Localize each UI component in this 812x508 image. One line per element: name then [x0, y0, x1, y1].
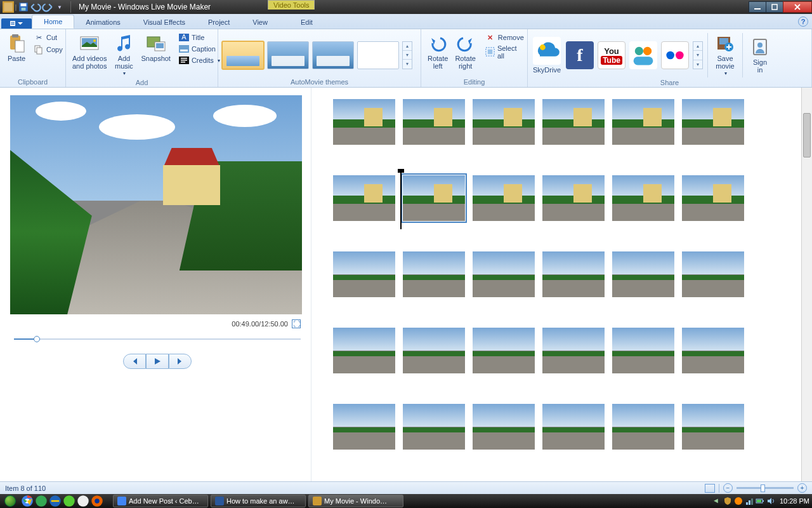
clip-thumbnail[interactable] — [682, 404, 744, 450]
sign-in-button[interactable]: Sign in — [747, 36, 773, 75]
clip-thumbnail[interactable] — [333, 251, 395, 297]
clip-thumbnail[interactable] — [542, 175, 605, 221]
file-menu-button[interactable] — [1, 18, 32, 29]
rotate-right-button[interactable]: Rotate right — [452, 32, 478, 71]
clip-thumbnail[interactable] — [403, 251, 465, 297]
clip-thumbnail[interactable] — [403, 175, 465, 221]
tb-app3-icon[interactable] — [77, 495, 89, 507]
prev-frame-button[interactable] — [123, 354, 146, 369]
title-button[interactable]: ATitle — [176, 32, 223, 43]
remove-button[interactable]: ✕Remove — [483, 32, 527, 43]
fullscreen-icon[interactable]: ⛶ — [292, 319, 301, 328]
add-videos-photos-button[interactable]: Add videos and photos — [70, 32, 109, 71]
snapshot-button[interactable]: Snapshot — [138, 32, 173, 64]
start-button[interactable] — [0, 494, 20, 508]
tab-animations[interactable]: Animations — [74, 16, 131, 29]
tab-home[interactable]: Home — [32, 15, 74, 29]
clip-thumbnail[interactable] — [542, 99, 605, 145]
tb-app1-icon[interactable] — [35, 495, 48, 507]
maximize-button[interactable] — [766, 1, 783, 13]
groups-icon[interactable] — [629, 41, 657, 69]
clip-thumbnail[interactable] — [403, 99, 465, 145]
clip-thumbnail[interactable] — [403, 404, 465, 450]
tray-shield-icon[interactable] — [723, 497, 732, 505]
tab-project[interactable]: Project — [197, 16, 241, 29]
add-music-button[interactable]: Add music — [111, 32, 136, 79]
clip-thumbnail[interactable] — [612, 404, 674, 450]
clip-thumbnail[interactable] — [682, 328, 744, 373]
tb-firefox-icon[interactable] — [91, 495, 103, 507]
flickr-icon[interactable] — [661, 41, 689, 69]
tb-ie-icon[interactable] — [49, 495, 62, 507]
seek-thumb[interactable] — [34, 336, 40, 342]
minimize-button[interactable] — [749, 1, 766, 13]
tb-chrome-icon[interactable] — [21, 495, 34, 507]
clip-thumbnail[interactable] — [612, 175, 674, 221]
clip-thumbnail[interactable] — [333, 175, 395, 221]
tb-app2-icon[interactable] — [63, 495, 75, 507]
youtube-icon[interactable]: YouTube — [598, 41, 625, 69]
redo-icon[interactable] — [42, 1, 53, 13]
clip-thumbnail[interactable] — [333, 99, 395, 145]
caption-button[interactable]: Caption — [176, 43, 223, 55]
clip-thumbnail[interactable] — [473, 99, 535, 145]
clip-thumbnail[interactable] — [612, 99, 674, 145]
cut-button[interactable]: ✂Cut — [31, 32, 65, 43]
tray-volume-icon[interactable] — [766, 497, 775, 505]
thumbnail-view-icon[interactable] — [705, 484, 715, 493]
tray-network-icon[interactable] — [745, 497, 754, 505]
preview-seek-slider[interactable] — [14, 336, 301, 342]
clip-thumbnail[interactable] — [612, 328, 674, 373]
clip-thumbnail[interactable] — [473, 404, 535, 450]
zoom-in-button[interactable]: + — [797, 483, 807, 493]
theme-4[interactable] — [357, 41, 399, 69]
credits-button[interactable]: Credits — [176, 55, 223, 66]
next-frame-button[interactable] — [169, 354, 192, 369]
wlmm-icon[interactable] — [3, 1, 14, 13]
rotate-left-button[interactable]: Rotate left — [425, 32, 450, 71]
clip-thumbnail[interactable] — [403, 328, 465, 373]
select-all-button[interactable]: Select all — [483, 44, 527, 60]
taskbar-task[interactable]: My Movie - Windo… — [308, 495, 403, 507]
video-tools-tab-label[interactable]: Video Tools — [268, 0, 315, 10]
play-button[interactable] — [146, 354, 169, 369]
tab-view[interactable]: View — [241, 16, 279, 29]
zoom-out-button[interactable]: − — [723, 483, 733, 493]
skydrive-button[interactable]: SkyDrive — [532, 37, 562, 74]
facebook-icon[interactable]: f — [566, 41, 594, 69]
save-icon[interactable] — [18, 1, 29, 13]
zoom-thumb[interactable] — [761, 485, 765, 492]
tray-battery-icon[interactable] — [756, 497, 764, 505]
tab-edit[interactable]: Edit — [289, 16, 324, 29]
playhead[interactable] — [400, 171, 402, 229]
undo-icon[interactable] — [30, 1, 41, 13]
video-preview[interactable] — [10, 95, 302, 314]
qat-dropdown-icon[interactable]: ▼ — [54, 1, 65, 13]
clip-thumbnail[interactable] — [612, 251, 674, 297]
share-more[interactable]: ▴▾▾ — [693, 41, 703, 69]
tab-visual-effects[interactable]: Visual Effects — [132, 16, 197, 29]
clock[interactable]: 10:28 PM — [780, 497, 809, 505]
clip-thumbnail[interactable] — [542, 328, 605, 373]
scrollbar-thumb[interactable] — [803, 113, 811, 157]
taskbar-task[interactable]: How to make an aw… — [211, 495, 306, 507]
clip-thumbnail[interactable] — [333, 404, 395, 450]
theme-1[interactable] — [222, 41, 264, 69]
copy-button[interactable]: Copy — [31, 44, 65, 55]
clip-thumbnail[interactable] — [473, 328, 535, 373]
save-movie-button[interactable]: Save movie — [712, 32, 738, 79]
tray-app-icon[interactable] — [734, 497, 743, 505]
theme-gallery-more[interactable]: ▴▾▾ — [402, 41, 412, 69]
clip-thumbnail[interactable] — [542, 251, 605, 297]
clip-thumbnail[interactable] — [682, 99, 744, 145]
close-button[interactable] — [783, 1, 812, 13]
clip-thumbnail[interactable] — [473, 251, 535, 297]
paste-button[interactable]: Paste — [4, 32, 29, 64]
clip-thumbnail[interactable] — [333, 328, 395, 373]
taskbar-task[interactable]: Add New Post ‹ Ceb… — [113, 495, 208, 507]
clip-thumbnail[interactable] — [682, 175, 744, 221]
theme-2[interactable] — [267, 41, 309, 69]
zoom-slider[interactable] — [737, 487, 794, 489]
clip-thumbnail[interactable] — [542, 404, 605, 450]
tray-arrow-icon[interactable]: ◄ — [712, 497, 721, 505]
